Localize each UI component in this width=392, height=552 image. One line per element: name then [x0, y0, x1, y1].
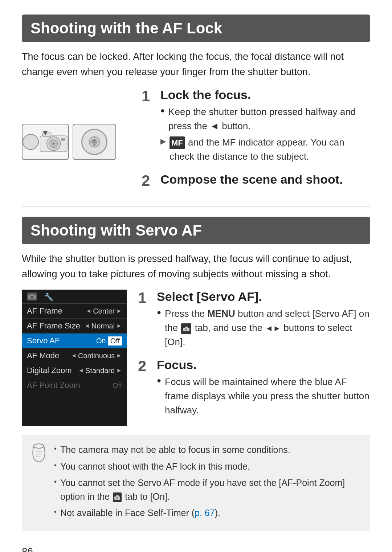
menu-keyword: MENU — [207, 308, 235, 319]
section2-intro: While the shutter button is pressed half… — [22, 252, 370, 282]
step1-bullet2-text: MF and the MF indicator appear. You can … — [170, 135, 370, 164]
svg-point-19 — [185, 328, 187, 331]
bullet-dot-icon: ● — [160, 106, 165, 115]
left-arrow-icon: ◄ — [86, 308, 91, 314]
section1-step2: 2 Compose the scene and shoot. — [142, 172, 370, 189]
right-arrow-icon: ► — [116, 308, 122, 314]
camera-tab-icon — [181, 323, 191, 334]
menu-wrench-icon: 🔧 — [44, 293, 53, 301]
svg-rect-18 — [185, 327, 188, 328]
menu-screen: 🔧 AF Frame ◄ Center ► AF Frame Size ◄ No… — [22, 290, 127, 426]
section-divider — [22, 206, 370, 207]
note-bullet1-icon: • — [54, 445, 57, 453]
svg-text:◄: ◄ — [89, 141, 91, 143]
section1: Shooting with the AF Lock The focus can … — [22, 15, 370, 196]
s2-step1-body: Select [Servo AF]. ● Press the MENU butt… — [157, 290, 370, 351]
section1-step1: 1 Lock the focus. ● Keep the shutter but… — [142, 88, 370, 166]
step1-bullet1: ● Keep the shutter button pressed halfwa… — [160, 105, 370, 133]
s2-step2-text: Focus will be maintained where the blue … — [165, 375, 370, 417]
step1-title: Lock the focus. — [160, 88, 370, 102]
menu-row-af-frame: AF Frame ◄ Center ► — [22, 304, 127, 319]
menu-camera-icon — [27, 293, 37, 300]
menu-header: 🔧 — [22, 290, 127, 304]
page-number: 86 — [22, 546, 370, 552]
off-badge: Off — [108, 336, 122, 345]
camera-tab-icon2 — [113, 492, 122, 502]
right-arrow4-icon: ► — [116, 367, 122, 374]
digital-zoom-value: ◄ Standard ► — [78, 367, 122, 375]
camera-top-view-image: ▼ — [22, 124, 69, 160]
s2-step1-text: Press the MENU button and select [Servo … — [165, 307, 370, 349]
section2-step1: 1 Select [Servo AF]. ● Press the MENU bu… — [138, 290, 370, 351]
s2-bullet-dot-icon: ● — [157, 308, 161, 316]
menu-row-af-point-zoom: AF Point Zoom Off — [22, 378, 127, 393]
note-item-4: • Not available in Face Self-Timer (p. 6… — [54, 506, 361, 520]
svg-text:SET: SET — [93, 142, 95, 143]
af-frame-label: AF Frame — [27, 306, 86, 316]
af-frame-size-label: AF Frame Size — [27, 321, 84, 331]
bullet-arrow-icon: ▶ — [160, 137, 166, 146]
s2-step1-number: 1 — [138, 290, 151, 306]
func-button-image: FUNC SET ▲ ▼ ◄ ► — [73, 124, 116, 160]
section1-step-container: ▼ FUNC SET ▲ ▼ ◄ — [22, 88, 370, 196]
section2-step-container: 🔧 AF Frame ◄ Center ► AF Frame Size ◄ No… — [22, 290, 370, 426]
menu-row-af-mode: AF Mode ◄ Continuous ► — [22, 348, 127, 363]
servo-af-label: Servo AF — [27, 336, 94, 345]
svg-rect-5 — [61, 138, 65, 141]
svg-rect-1 — [42, 132, 51, 136]
svg-point-20 — [34, 444, 44, 448]
page-link[interactable]: p. 67 — [195, 508, 215, 518]
s2-step2-number: 2 — [138, 359, 151, 374]
func-circle: FUNC SET ▲ ▼ ◄ ► — [81, 129, 107, 155]
right-arrow2-icon: ► — [116, 323, 122, 329]
section1-intro: The focus can be locked. After locking t… — [22, 49, 370, 80]
note-text-2: You cannot shoot with the AF lock in thi… — [60, 460, 250, 474]
svg-point-16 — [30, 296, 33, 299]
left-arrow4-icon: ◄ — [78, 367, 84, 374]
af-frame-value: ◄ Center ► — [86, 307, 122, 315]
note-bullet2-icon: • — [54, 461, 57, 470]
section2-steps: 1 Select [Servo AF]. ● Press the MENU bu… — [138, 290, 370, 426]
section1-images: ▼ FUNC SET ▲ ▼ ◄ — [22, 88, 131, 196]
note-item-3: • You cannot set the Servo AF mode if yo… — [54, 476, 361, 503]
af-mode-label: AF Mode — [27, 351, 71, 360]
func-inner: FUNC SET ▲ ▼ ◄ ► — [89, 136, 100, 148]
step2-title: Compose the scene and shoot. — [160, 172, 370, 187]
svg-rect-15 — [30, 294, 33, 295]
note-box: • The camera may not be able to focus in… — [22, 435, 370, 531]
menu-row-digital-zoom: Digital Zoom ◄ Standard ► — [22, 363, 127, 378]
s2-step2-title: Focus. — [157, 358, 370, 372]
svg-text:▼: ▼ — [52, 142, 55, 146]
note-icon — [31, 443, 47, 463]
step2-body: Compose the scene and shoot. — [160, 172, 370, 189]
af-point-zoom-value: Off — [113, 381, 122, 390]
step2-number: 2 — [142, 173, 155, 188]
svg-text:▲: ▲ — [93, 136, 95, 139]
svg-text:FUNC: FUNC — [93, 140, 97, 141]
s2-bullet2-dot-icon: ● — [157, 376, 161, 385]
section2-title: Shooting with Servo AF — [22, 217, 370, 244]
af-frame-size-value: ◄ Normal ► — [84, 322, 122, 330]
step1-bullet2: ▶ MF and the MF indicator appear. You ca… — [160, 135, 370, 164]
s2-step2-bullet: ● Focus will be maintained where the blu… — [157, 375, 370, 417]
svg-point-26 — [116, 497, 118, 499]
note-content: • The camera may not be able to focus in… — [54, 443, 361, 523]
section2: Shooting with Servo AF While the shutter… — [22, 217, 370, 531]
left-arrow3-icon: ◄ — [71, 352, 77, 359]
note-item-1: • The camera may not be able to focus in… — [54, 443, 361, 457]
note-text-1: The camera may not be able to focus in s… — [60, 443, 290, 457]
note-item-2: • You cannot shoot with the AF lock in t… — [54, 460, 361, 474]
af-point-zoom-label: AF Point Zoom — [27, 381, 113, 390]
section1-title: Shooting with the AF Lock — [22, 15, 370, 42]
svg-rect-25 — [116, 495, 119, 497]
svg-text:▼: ▼ — [93, 144, 95, 147]
note-text-3: You cannot set the Servo AF mode if you … — [60, 476, 361, 503]
right-arrow3-icon: ► — [116, 352, 122, 359]
on-badge: On — [94, 336, 108, 345]
svg-text:►: ► — [97, 141, 99, 143]
mf-badge: MF — [170, 136, 185, 149]
af-mode-value: ◄ Continuous ► — [71, 352, 122, 360]
section1-steps: 1 Lock the focus. ● Keep the shutter but… — [142, 88, 370, 196]
step1-number: 1 — [142, 89, 155, 104]
section2-step2: 2 Focus. ● Focus will be maintained wher… — [138, 358, 370, 420]
